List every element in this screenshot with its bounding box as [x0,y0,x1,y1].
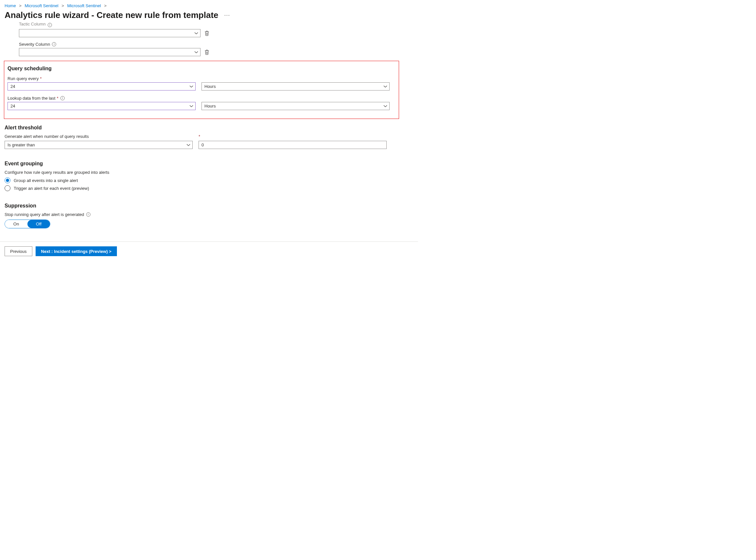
breadcrumb-sentinel-1[interactable]: Microsoft Sentinel [25,3,59,8]
required-indicator: * [199,134,200,139]
lookup-value-input[interactable]: 24 [7,102,196,110]
breadcrumb-home[interactable]: Home [4,3,16,8]
threshold-value-input[interactable]: 0 [199,141,387,149]
toggle-off[interactable]: Off [27,220,50,228]
chevron-right-icon: > [61,3,64,8]
chevron-down-icon [189,104,193,108]
required-indicator: * [57,96,59,101]
radio-unselected-icon [4,185,11,191]
suppression-label: Stop running query after alert is genera… [4,212,84,217]
more-actions-button[interactable]: ··· [223,11,231,20]
suppression-heading: Suppression [4,203,413,209]
tactic-column-select[interactable] [19,29,201,37]
info-icon[interactable]: i [52,42,56,46]
chevron-down-icon [186,143,190,147]
page-title: Analytics rule wizard - Create new rule … [4,10,219,20]
info-icon[interactable]: i [48,23,52,27]
severity-column-label: Severity Column [19,42,50,47]
chevron-down-icon [194,32,198,35]
query-scheduling-section: Query scheduling Run query every * 24 Ho… [4,61,399,119]
toggle-on[interactable]: On [5,220,27,228]
chevron-down-icon [383,85,387,88]
radio-selected-icon [4,177,11,183]
required-indicator: * [40,76,41,81]
chevron-right-icon: > [104,3,107,8]
run-query-value-input[interactable]: 24 [7,82,196,91]
run-query-unit-select[interactable]: Hours [202,82,390,91]
breadcrumb: Home > Microsoft Sentinel > Microsoft Se… [0,0,418,10]
chevron-down-icon [189,85,193,88]
alert-threshold-heading: Alert threshold [4,125,413,131]
grouping-option-each[interactable]: Trigger an alert for each event (preview… [4,185,413,191]
grouping-option-single[interactable]: Group all events into a single alert [4,177,413,183]
chevron-down-icon [194,50,198,54]
query-scheduling-heading: Query scheduling [7,66,395,72]
threshold-operator-select[interactable]: Is greater than [4,141,193,149]
suppression-toggle[interactable]: On Off [4,220,50,228]
delete-tactic-button[interactable] [204,30,210,37]
info-icon[interactable]: i [60,96,65,100]
next-button[interactable]: Next : Incident settings (Preview) > [36,246,117,256]
lookup-data-label: Lookup data from the last [7,96,56,101]
run-query-label: Run query every [7,76,39,81]
tactic-column-label: Tactic Column [19,22,46,26]
threshold-label: Generate alert when number of query resu… [4,134,193,139]
breadcrumb-sentinel-2[interactable]: Microsoft Sentinel [67,3,101,8]
info-icon[interactable]: i [86,212,90,217]
footer-bar: Previous Next : Incident settings (Previ… [0,241,418,261]
event-grouping-heading: Event grouping [4,161,413,167]
severity-column-select[interactable] [19,48,201,56]
lookup-unit-select[interactable]: Hours [202,102,390,110]
chevron-right-icon: > [19,3,22,8]
previous-button[interactable]: Previous [4,246,32,256]
delete-severity-button[interactable] [204,49,210,56]
chevron-down-icon [383,104,387,108]
event-grouping-description: Configure how rule query results are gro… [4,170,413,175]
